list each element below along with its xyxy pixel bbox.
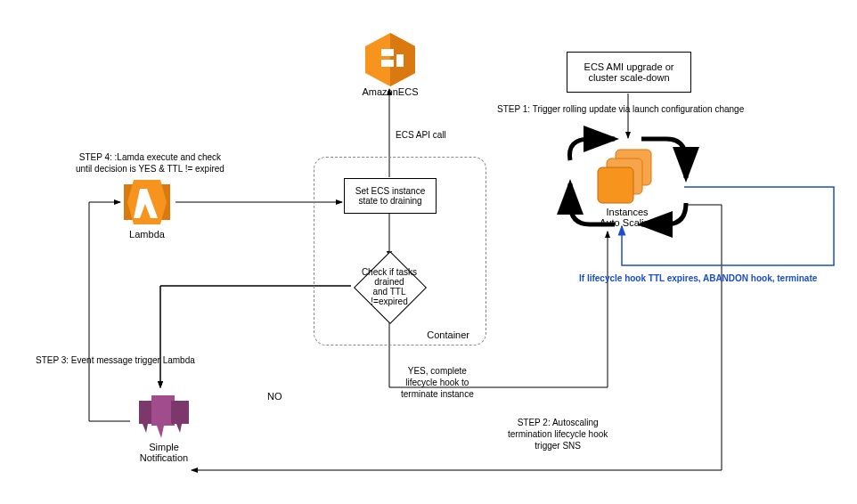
trigger-box-text: ECS AMI upgrade or cluster scale-down (584, 61, 674, 83)
diagram-canvas: AmazonECS Lambda Simple Notification Ins… (0, 0, 857, 504)
step4-label: STEP 4: :Lamda execute and check until d… (76, 151, 224, 175)
trigger-box: ECS AMI upgrade or cluster scale-down (567, 52, 691, 93)
sns-label: Simple Notification (119, 442, 208, 463)
sns-icon: Simple Notification (134, 390, 192, 443)
amazon-ecs-icon: AmazonECS (363, 33, 417, 86)
step3-label: STEP 3: Event message trigger Lambda (36, 354, 195, 366)
lambda-label: Lambda (102, 229, 192, 240)
check-diamond: Check if tasks drained and TTL !=expired (350, 248, 428, 326)
instances-label: Instances Auto Scaling (574, 207, 681, 228)
svg-rect-10 (381, 60, 394, 67)
set-state-text: Set ECS instance state to draining (355, 186, 425, 206)
yes-label: YES, complete lifecycle hook to terminat… (401, 365, 474, 400)
abandon-label: If lifecycle hook TTL expires, ABANDON h… (579, 272, 817, 284)
svg-rect-9 (381, 49, 394, 56)
check-diamond-text: Check if tasks drained and TTL !=expired (350, 248, 428, 326)
lambda-icon: Lambda (120, 175, 174, 229)
svg-rect-11 (396, 54, 404, 67)
no-label: NO (267, 390, 282, 402)
ecs-call-label: ECS API call (396, 129, 446, 141)
svg-marker-17 (171, 401, 189, 433)
instances-icon: Instances Auto Scaling (586, 144, 666, 224)
svg-rect-20 (598, 167, 633, 203)
amazon-ecs-label: AmazonECS (346, 86, 435, 97)
step1-label: STEP 1: Trigger rolling update via launc… (497, 103, 744, 115)
step2-label: STEP 2: Autoscaling termination lifecycl… (508, 417, 608, 451)
set-state-box: Set ECS instance state to draining (344, 178, 437, 214)
container-group-label: Container (427, 329, 469, 341)
